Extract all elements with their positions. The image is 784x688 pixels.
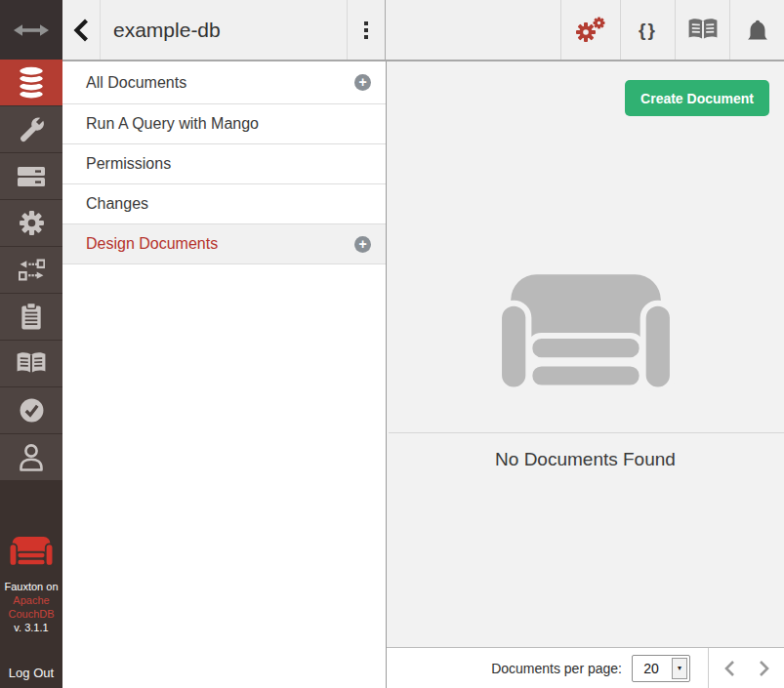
nav-item-label: Design Documents xyxy=(86,235,218,253)
clipboard-icon xyxy=(19,303,44,331)
admin-party-button[interactable] xyxy=(560,0,620,60)
branding-fauxton-on: Fauxton on xyxy=(0,580,62,593)
nav-item-label: Run A Query with Mango xyxy=(86,115,259,133)
per-page-select[interactable]: 20 ▾ xyxy=(632,655,690,682)
check-circle-icon xyxy=(19,397,45,424)
nav-item-label: Permissions xyxy=(86,155,171,173)
select-dropdown-arrow-icon: ▾ xyxy=(672,658,687,679)
create-document-button[interactable]: Create Document xyxy=(625,80,769,116)
replication-icon xyxy=(19,259,45,281)
empty-state-graphic xyxy=(497,274,675,395)
branding-apache: Apache xyxy=(0,593,62,607)
sidebar-item-setup[interactable] xyxy=(0,106,62,153)
chevron-left-icon xyxy=(73,19,89,42)
database-nav-panel: All Documents + Run A Query with Mango P… xyxy=(62,61,387,688)
gear-icon xyxy=(19,210,45,236)
pagination-buttons xyxy=(709,648,784,688)
logout-link[interactable]: Log Out xyxy=(0,666,62,680)
database-icon xyxy=(17,65,46,101)
chevron-right-icon xyxy=(759,660,770,677)
book-icon xyxy=(687,18,719,43)
user-icon xyxy=(19,443,44,472)
empty-state-message: No Documents Found xyxy=(387,449,784,470)
nav-item-design-documents[interactable]: Design Documents + xyxy=(62,224,386,264)
header-bar: example-db xyxy=(62,0,784,61)
chevron-left-icon xyxy=(723,660,735,677)
book-icon xyxy=(16,351,47,377)
sidebar-item-active-tasks[interactable] xyxy=(0,153,62,200)
arrows-horizontal-icon xyxy=(14,23,49,37)
bell-icon xyxy=(745,19,770,42)
braces-icon: {} xyxy=(639,20,657,41)
per-page-value: 20 xyxy=(633,656,670,681)
per-page-label: Documents per page: xyxy=(491,661,622,676)
back-button[interactable] xyxy=(62,0,101,60)
servers-icon xyxy=(18,165,45,188)
per-page-controls: Documents per page: 20 ▾ xyxy=(387,648,708,688)
sidebar-collapse-toggle[interactable] xyxy=(0,0,62,60)
sidebar-item-account[interactable] xyxy=(0,434,62,481)
fauxton-app: Fauxton on Apache CouchDB v. 3.1.1 Log O… xyxy=(0,0,784,688)
previous-page-button[interactable] xyxy=(723,660,735,677)
sidebar-item-databases[interactable] xyxy=(0,60,62,106)
header-icon-bar: {} xyxy=(560,0,784,60)
content-divider xyxy=(389,432,784,433)
branding-couchdb: CouchDB xyxy=(0,607,62,621)
sidebar-item-configuration[interactable] xyxy=(0,200,62,247)
sidebar-branding: Fauxton on Apache CouchDB v. 3.1.1 xyxy=(0,537,62,634)
pagination-footer: Documents per page: 20 ▾ xyxy=(387,647,784,688)
primary-sidebar: Fauxton on Apache CouchDB v. 3.1.1 Log O… xyxy=(0,0,62,688)
database-options-menu-button[interactable] xyxy=(347,0,386,60)
nav-item-permissions[interactable]: Permissions xyxy=(62,144,386,184)
sidebar-item-active-jobs[interactable] xyxy=(0,294,62,341)
nav-item-label: All Documents xyxy=(86,74,186,92)
notifications-button[interactable] xyxy=(729,0,784,60)
add-document-icon[interactable]: + xyxy=(354,74,371,91)
nav-item-all-documents[interactable]: All Documents + xyxy=(62,61,386,104)
nav-item-mango-query[interactable]: Run A Query with Mango xyxy=(62,104,386,144)
empty-couch-icon xyxy=(497,274,675,391)
wrench-icon xyxy=(18,116,45,143)
sidebar-item-replication[interactable] xyxy=(0,247,62,294)
branding-version: v. 3.1.1 xyxy=(0,621,62,634)
sidebar-item-verify[interactable] xyxy=(0,387,62,434)
add-design-document-icon[interactable]: + xyxy=(354,236,371,253)
next-page-button[interactable] xyxy=(759,660,770,677)
kebab-menu-icon xyxy=(364,21,368,39)
gears-icon xyxy=(575,17,606,44)
sidebar-item-documentation[interactable] xyxy=(0,341,62,387)
documents-content-area: Create Document No Documents Found xyxy=(387,61,784,647)
couchdb-logo-icon xyxy=(9,537,54,566)
nav-item-label: Changes xyxy=(86,195,148,213)
page-title: example-db xyxy=(113,0,221,60)
json-api-button[interactable]: {} xyxy=(620,0,675,60)
nav-item-changes[interactable]: Changes xyxy=(62,184,386,224)
documentation-button[interactable] xyxy=(675,0,729,60)
